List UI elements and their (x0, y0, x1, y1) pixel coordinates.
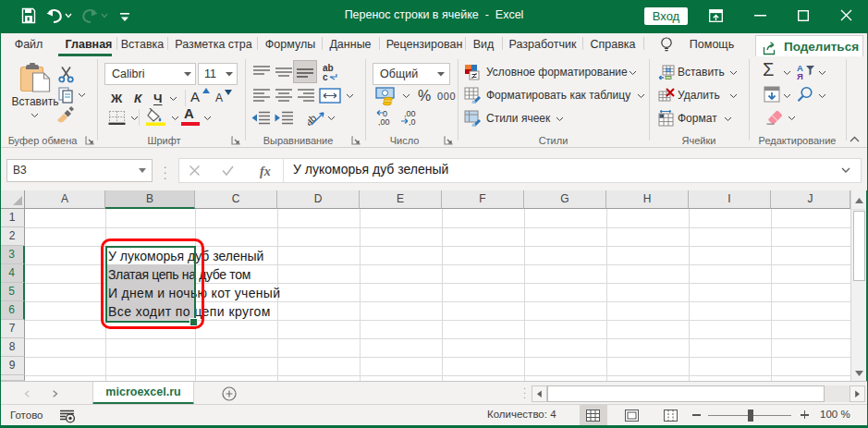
svg-text:,00: ,00 (378, 117, 390, 126)
svg-text:fx: fx (260, 165, 271, 178)
svg-text:,0: ,0 (409, 117, 416, 126)
svg-text:c: c (323, 72, 328, 81)
svg-text:Я: Я (797, 71, 803, 80)
